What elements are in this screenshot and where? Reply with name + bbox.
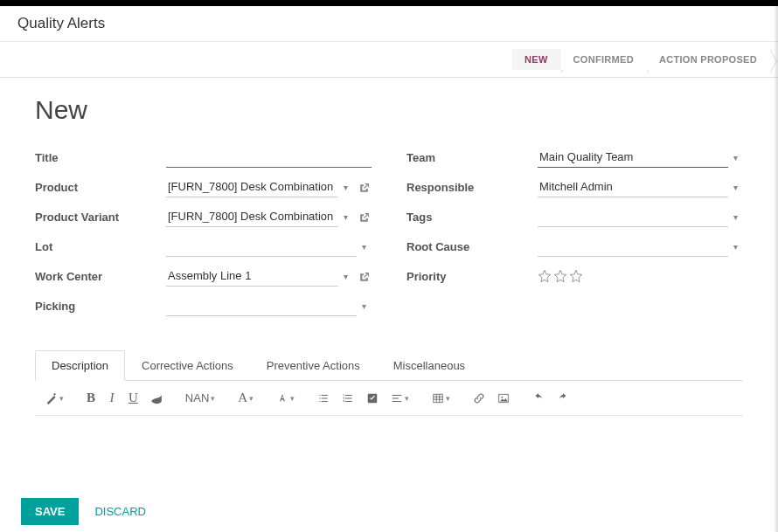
product-variant-dropdown-icon[interactable]: ▾ — [338, 212, 353, 222]
editor-toolbar: ▾ B I U NAN ▾ A▾ ▾ ▾ ▾ — [35, 381, 743, 416]
window-topbar — [0, 0, 778, 6]
team-dropdown-icon[interactable]: ▾ — [728, 153, 743, 162]
notebook-tabs: Description Corrective Actions Preventiv… — [35, 350, 743, 381]
responsible-input[interactable] — [538, 176, 728, 197]
product-variant-external-link-icon[interactable] — [357, 210, 372, 223]
toolbar-table-icon[interactable]: ▾ — [427, 390, 455, 407]
toolbar-font-family-icon[interactable]: A▾ — [233, 388, 259, 408]
toolbar-clear-format-icon[interactable] — [145, 390, 168, 407]
label-work-center: Work Center — [35, 270, 166, 283]
label-root-cause: Root Cause — [406, 240, 538, 253]
right-shadow — [774, 6, 778, 532]
root-cause-dropdown-icon[interactable]: ▾ — [728, 242, 743, 252]
work-center-dropdown-icon[interactable]: ▾ — [338, 272, 353, 281]
work-center-input[interactable] — [166, 266, 338, 287]
label-picking: Picking — [35, 300, 166, 313]
label-priority: Priority — [406, 270, 538, 283]
label-product-variant: Product Variant — [35, 211, 166, 224]
toolbar-wand-icon[interactable]: ▾ — [40, 390, 69, 407]
product-external-link-icon[interactable] — [357, 180, 372, 193]
work-center-external-link-icon[interactable] — [357, 269, 372, 282]
tab-miscellaneous[interactable]: Miscellaneous — [377, 350, 482, 380]
team-input[interactable] — [538, 147, 728, 168]
tab-corrective-actions[interactable]: Corrective Actions — [125, 350, 250, 380]
toolbar-ul-icon[interactable] — [312, 390, 335, 407]
toolbar-ol-icon[interactable] — [337, 390, 359, 407]
discard-button[interactable]: DISCARD — [94, 505, 146, 518]
title-input[interactable] — [166, 147, 372, 168]
stage-confirmed[interactable]: CONFIRMED — [561, 49, 646, 70]
tags-dropdown-icon[interactable]: ▾ — [728, 212, 743, 222]
statusbar: NEW CONFIRMED ACTION PROPOSED — [0, 42, 778, 78]
toolbar-underline-icon[interactable]: U — [123, 388, 143, 408]
toolbar-font-size-label: NAN — [185, 391, 209, 404]
label-lot: Lot — [35, 240, 166, 253]
lot-input[interactable] — [166, 236, 357, 257]
toolbar-redo-icon[interactable] — [552, 390, 574, 407]
stage-action-proposed[interactable]: ACTION PROPOSED — [647, 49, 769, 70]
root-cause-input[interactable] — [538, 236, 728, 257]
label-responsible: Responsible — [406, 181, 538, 194]
picking-dropdown-icon[interactable]: ▾ — [357, 301, 372, 311]
tab-description[interactable]: Description — [35, 350, 125, 381]
tags-input[interactable] — [538, 206, 728, 227]
breadcrumb[interactable]: Quality Alerts — [0, 6, 778, 42]
label-team: Team — [406, 151, 538, 164]
description-editor[interactable] — [35, 416, 743, 486]
page-title: New — [35, 95, 743, 125]
toolbar-italic-icon[interactable]: I — [102, 388, 122, 408]
toolbar-text-color-icon[interactable]: ▾ — [271, 390, 300, 407]
toolbar-image-icon[interactable] — [492, 390, 515, 407]
product-variant-input[interactable] — [166, 206, 338, 227]
toolbar-link-icon[interactable] — [468, 390, 490, 407]
tab-preventive-actions[interactable]: Preventive Actions — [250, 350, 377, 380]
product-input[interactable] — [166, 176, 338, 197]
label-product: Product — [35, 181, 166, 194]
svg-point-2 — [502, 396, 504, 397]
picking-input[interactable] — [166, 295, 357, 316]
responsible-dropdown-icon[interactable]: ▾ — [728, 183, 743, 192]
toolbar-checklist-icon[interactable] — [361, 390, 384, 407]
priority-star-1[interactable] — [538, 269, 552, 283]
toolbar-bold-icon[interactable]: B — [81, 388, 101, 408]
stage-new[interactable]: NEW — [512, 49, 560, 70]
priority-star-2[interactable] — [553, 269, 567, 283]
save-button[interactable]: SAVE — [21, 498, 79, 525]
lot-dropdown-icon[interactable]: ▾ — [357, 242, 372, 252]
product-dropdown-icon[interactable]: ▾ — [338, 183, 353, 192]
toolbar-font-size[interactable]: NAN ▾ — [180, 389, 220, 407]
priority-star-3[interactable] — [569, 269, 583, 283]
label-title: Title — [35, 151, 166, 164]
toolbar-undo-icon[interactable] — [527, 390, 550, 407]
label-tags: Tags — [406, 211, 538, 224]
toolbar-align-icon[interactable]: ▾ — [386, 390, 414, 407]
